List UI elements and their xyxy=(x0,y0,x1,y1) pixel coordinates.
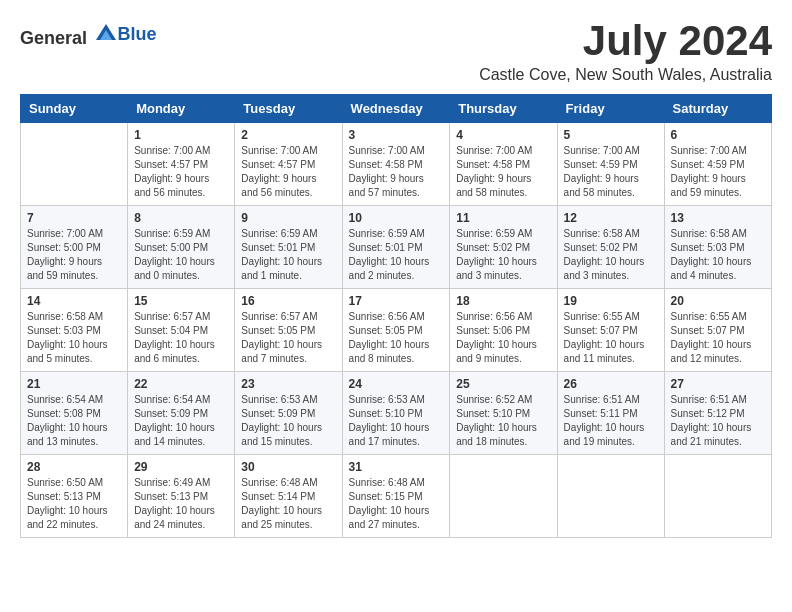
day-info: Sunrise: 6:53 AMSunset: 5:09 PMDaylight:… xyxy=(241,393,335,449)
day-info: Sunrise: 6:59 AMSunset: 5:01 PMDaylight:… xyxy=(349,227,444,283)
calendar-day-cell: 12Sunrise: 6:58 AMSunset: 5:02 PMDayligh… xyxy=(557,206,664,289)
calendar-day-header: Monday xyxy=(128,95,235,123)
calendar-week-row: 14Sunrise: 6:58 AMSunset: 5:03 PMDayligh… xyxy=(21,289,772,372)
day-info: Sunrise: 6:59 AMSunset: 5:01 PMDaylight:… xyxy=(241,227,335,283)
calendar-day-cell: 11Sunrise: 6:59 AMSunset: 5:02 PMDayligh… xyxy=(450,206,557,289)
day-number: 24 xyxy=(349,377,444,391)
calendar-day-cell: 10Sunrise: 6:59 AMSunset: 5:01 PMDayligh… xyxy=(342,206,450,289)
calendar-day-cell: 25Sunrise: 6:52 AMSunset: 5:10 PMDayligh… xyxy=(450,372,557,455)
day-info: Sunrise: 6:48 AMSunset: 5:14 PMDaylight:… xyxy=(241,476,335,532)
calendar-day-cell: 6Sunrise: 7:00 AMSunset: 4:59 PMDaylight… xyxy=(664,123,771,206)
day-number: 6 xyxy=(671,128,765,142)
calendar-week-row: 28Sunrise: 6:50 AMSunset: 5:13 PMDayligh… xyxy=(21,455,772,538)
day-number: 3 xyxy=(349,128,444,142)
day-info: Sunrise: 6:56 AMSunset: 5:05 PMDaylight:… xyxy=(349,310,444,366)
calendar-day-cell: 23Sunrise: 6:53 AMSunset: 5:09 PMDayligh… xyxy=(235,372,342,455)
day-info: Sunrise: 7:00 AMSunset: 4:59 PMDaylight:… xyxy=(564,144,658,200)
day-info: Sunrise: 6:59 AMSunset: 5:02 PMDaylight:… xyxy=(456,227,550,283)
day-info: Sunrise: 6:55 AMSunset: 5:07 PMDaylight:… xyxy=(671,310,765,366)
calendar-week-row: 1Sunrise: 7:00 AMSunset: 4:57 PMDaylight… xyxy=(21,123,772,206)
day-number: 8 xyxy=(134,211,228,225)
day-number: 18 xyxy=(456,294,550,308)
calendar-day-cell: 20Sunrise: 6:55 AMSunset: 5:07 PMDayligh… xyxy=(664,289,771,372)
day-number: 16 xyxy=(241,294,335,308)
calendar-week-row: 21Sunrise: 6:54 AMSunset: 5:08 PMDayligh… xyxy=(21,372,772,455)
calendar-day-cell xyxy=(664,455,771,538)
logo-icon xyxy=(94,20,118,44)
day-info: Sunrise: 6:54 AMSunset: 5:09 PMDaylight:… xyxy=(134,393,228,449)
calendar-day-cell: 26Sunrise: 6:51 AMSunset: 5:11 PMDayligh… xyxy=(557,372,664,455)
day-info: Sunrise: 6:57 AMSunset: 5:05 PMDaylight:… xyxy=(241,310,335,366)
day-info: Sunrise: 6:58 AMSunset: 5:03 PMDaylight:… xyxy=(671,227,765,283)
day-number: 7 xyxy=(27,211,121,225)
calendar-day-cell: 5Sunrise: 7:00 AMSunset: 4:59 PMDaylight… xyxy=(557,123,664,206)
calendar-day-cell: 2Sunrise: 7:00 AMSunset: 4:57 PMDaylight… xyxy=(235,123,342,206)
day-number: 27 xyxy=(671,377,765,391)
day-info: Sunrise: 6:48 AMSunset: 5:15 PMDaylight:… xyxy=(349,476,444,532)
day-info: Sunrise: 6:51 AMSunset: 5:12 PMDaylight:… xyxy=(671,393,765,449)
calendar-table: SundayMondayTuesdayWednesdayThursdayFrid… xyxy=(20,94,772,538)
day-info: Sunrise: 6:58 AMSunset: 5:03 PMDaylight:… xyxy=(27,310,121,366)
day-info: Sunrise: 6:59 AMSunset: 5:00 PMDaylight:… xyxy=(134,227,228,283)
day-number: 20 xyxy=(671,294,765,308)
day-info: Sunrise: 7:00 AMSunset: 5:00 PMDaylight:… xyxy=(27,227,121,283)
calendar-day-cell: 14Sunrise: 6:58 AMSunset: 5:03 PMDayligh… xyxy=(21,289,128,372)
day-number: 31 xyxy=(349,460,444,474)
day-info: Sunrise: 7:00 AMSunset: 4:57 PMDaylight:… xyxy=(134,144,228,200)
calendar-day-cell: 30Sunrise: 6:48 AMSunset: 5:14 PMDayligh… xyxy=(235,455,342,538)
calendar-day-cell: 28Sunrise: 6:50 AMSunset: 5:13 PMDayligh… xyxy=(21,455,128,538)
calendar-day-cell: 31Sunrise: 6:48 AMSunset: 5:15 PMDayligh… xyxy=(342,455,450,538)
day-number: 11 xyxy=(456,211,550,225)
calendar-day-cell: 21Sunrise: 6:54 AMSunset: 5:08 PMDayligh… xyxy=(21,372,128,455)
day-info: Sunrise: 7:00 AMSunset: 4:59 PMDaylight:… xyxy=(671,144,765,200)
calendar-day-cell: 18Sunrise: 6:56 AMSunset: 5:06 PMDayligh… xyxy=(450,289,557,372)
calendar-day-cell xyxy=(21,123,128,206)
day-number: 12 xyxy=(564,211,658,225)
day-number: 23 xyxy=(241,377,335,391)
day-number: 25 xyxy=(456,377,550,391)
calendar-day-cell: 7Sunrise: 7:00 AMSunset: 5:00 PMDaylight… xyxy=(21,206,128,289)
day-number: 1 xyxy=(134,128,228,142)
calendar-day-header: Wednesday xyxy=(342,95,450,123)
day-number: 29 xyxy=(134,460,228,474)
calendar-day-header: Sunday xyxy=(21,95,128,123)
calendar-day-cell: 1Sunrise: 7:00 AMSunset: 4:57 PMDaylight… xyxy=(128,123,235,206)
calendar-header-row: SundayMondayTuesdayWednesdayThursdayFrid… xyxy=(21,95,772,123)
day-info: Sunrise: 6:58 AMSunset: 5:02 PMDaylight:… xyxy=(564,227,658,283)
calendar-day-cell: 15Sunrise: 6:57 AMSunset: 5:04 PMDayligh… xyxy=(128,289,235,372)
day-number: 21 xyxy=(27,377,121,391)
day-info: Sunrise: 6:52 AMSunset: 5:10 PMDaylight:… xyxy=(456,393,550,449)
day-number: 26 xyxy=(564,377,658,391)
day-number: 28 xyxy=(27,460,121,474)
calendar-day-cell: 17Sunrise: 6:56 AMSunset: 5:05 PMDayligh… xyxy=(342,289,450,372)
header: General Blue July 2024 Castle Cove, New … xyxy=(20,20,772,84)
calendar-day-header: Friday xyxy=(557,95,664,123)
day-number: 17 xyxy=(349,294,444,308)
day-info: Sunrise: 6:53 AMSunset: 5:10 PMDaylight:… xyxy=(349,393,444,449)
location-subtitle: Castle Cove, New South Wales, Australia xyxy=(479,66,772,84)
day-number: 2 xyxy=(241,128,335,142)
calendar-day-cell: 8Sunrise: 6:59 AMSunset: 5:00 PMDaylight… xyxy=(128,206,235,289)
day-number: 9 xyxy=(241,211,335,225)
day-info: Sunrise: 6:57 AMSunset: 5:04 PMDaylight:… xyxy=(134,310,228,366)
month-year-title: July 2024 xyxy=(479,20,772,62)
calendar-day-cell: 3Sunrise: 7:00 AMSunset: 4:58 PMDaylight… xyxy=(342,123,450,206)
logo-general: General xyxy=(20,28,87,48)
day-number: 22 xyxy=(134,377,228,391)
calendar-day-cell: 22Sunrise: 6:54 AMSunset: 5:09 PMDayligh… xyxy=(128,372,235,455)
calendar-day-cell: 29Sunrise: 6:49 AMSunset: 5:13 PMDayligh… xyxy=(128,455,235,538)
calendar-day-cell: 4Sunrise: 7:00 AMSunset: 4:58 PMDaylight… xyxy=(450,123,557,206)
calendar-day-header: Thursday xyxy=(450,95,557,123)
calendar-day-header: Tuesday xyxy=(235,95,342,123)
calendar-day-cell: 24Sunrise: 6:53 AMSunset: 5:10 PMDayligh… xyxy=(342,372,450,455)
calendar-day-header: Saturday xyxy=(664,95,771,123)
calendar-day-cell: 27Sunrise: 6:51 AMSunset: 5:12 PMDayligh… xyxy=(664,372,771,455)
day-number: 10 xyxy=(349,211,444,225)
calendar-day-cell: 13Sunrise: 6:58 AMSunset: 5:03 PMDayligh… xyxy=(664,206,771,289)
day-info: Sunrise: 7:00 AMSunset: 4:57 PMDaylight:… xyxy=(241,144,335,200)
day-number: 19 xyxy=(564,294,658,308)
day-info: Sunrise: 6:55 AMSunset: 5:07 PMDaylight:… xyxy=(564,310,658,366)
day-info: Sunrise: 6:56 AMSunset: 5:06 PMDaylight:… xyxy=(456,310,550,366)
title-section: July 2024 Castle Cove, New South Wales, … xyxy=(479,20,772,84)
day-number: 14 xyxy=(27,294,121,308)
